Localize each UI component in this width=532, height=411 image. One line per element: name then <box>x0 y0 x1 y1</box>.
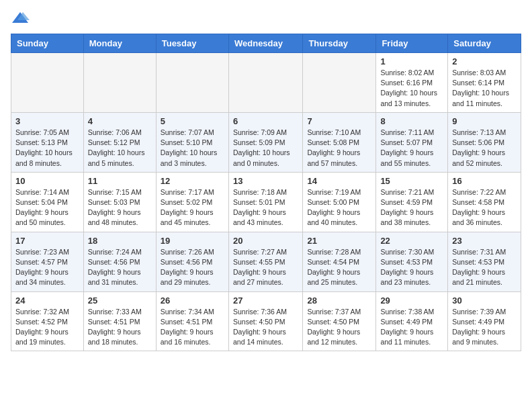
weekday-header-friday: Friday <box>376 34 448 53</box>
week-row-2: 3Sunrise: 7:05 AM Sunset: 5:13 PM Daylig… <box>11 112 521 172</box>
day-number: 30 <box>452 295 517 306</box>
day-cell <box>303 53 376 113</box>
day-number: 13 <box>233 176 298 186</box>
day-number: 26 <box>161 295 224 306</box>
day-cell: 6Sunrise: 7:09 AM Sunset: 5:09 PM Daylig… <box>228 112 302 172</box>
day-number: 25 <box>88 295 152 306</box>
day-info: Sunrise: 7:19 AM Sunset: 5:00 PM Dayligh… <box>307 187 371 228</box>
day-cell: 3Sunrise: 7:05 AM Sunset: 5:13 PM Daylig… <box>11 112 84 172</box>
day-number: 2 <box>452 56 517 66</box>
day-cell: 24Sunrise: 7:32 AM Sunset: 4:52 PM Dayli… <box>11 291 84 351</box>
weekday-header-tuesday: Tuesday <box>156 34 228 53</box>
day-info: Sunrise: 7:36 AM Sunset: 4:50 PM Dayligh… <box>233 307 298 348</box>
day-info: Sunrise: 7:33 AM Sunset: 4:51 PM Dayligh… <box>88 307 152 348</box>
day-info: Sunrise: 7:39 AM Sunset: 4:49 PM Dayligh… <box>452 307 517 348</box>
logo <box>11 11 32 26</box>
day-number: 21 <box>307 236 371 246</box>
day-cell: 21Sunrise: 7:28 AM Sunset: 4:54 PM Dayli… <box>303 232 376 291</box>
day-cell: 19Sunrise: 7:26 AM Sunset: 4:56 PM Dayli… <box>156 232 228 291</box>
weekday-header-sunday: Sunday <box>11 34 84 53</box>
day-number: 20 <box>233 236 298 246</box>
day-number: 18 <box>88 236 152 246</box>
day-number: 6 <box>233 116 298 126</box>
day-cell: 29Sunrise: 7:38 AM Sunset: 4:49 PM Dayli… <box>376 291 448 351</box>
day-info: Sunrise: 7:26 AM Sunset: 4:56 PM Dayligh… <box>161 247 224 288</box>
week-row-3: 10Sunrise: 7:14 AM Sunset: 5:04 PM Dayli… <box>11 172 521 232</box>
day-number: 7 <box>307 116 371 126</box>
day-cell: 14Sunrise: 7:19 AM Sunset: 5:00 PM Dayli… <box>303 172 376 232</box>
day-info: Sunrise: 7:34 AM Sunset: 4:51 PM Dayligh… <box>161 307 224 348</box>
day-number: 8 <box>380 116 443 126</box>
day-cell <box>11 53 84 113</box>
day-cell: 25Sunrise: 7:33 AM Sunset: 4:51 PM Dayli… <box>83 291 156 351</box>
day-info: Sunrise: 7:38 AM Sunset: 4:49 PM Dayligh… <box>380 307 443 348</box>
day-number: 1 <box>380 56 443 66</box>
day-cell: 11Sunrise: 7:15 AM Sunset: 5:03 PM Dayli… <box>83 172 156 232</box>
day-number: 15 <box>380 176 443 186</box>
day-cell <box>156 53 228 113</box>
header <box>11 11 521 26</box>
day-info: Sunrise: 7:15 AM Sunset: 5:03 PM Dayligh… <box>88 187 152 228</box>
day-number: 14 <box>307 176 371 186</box>
day-info: Sunrise: 7:05 AM Sunset: 5:13 PM Dayligh… <box>15 128 79 169</box>
day-cell: 28Sunrise: 7:37 AM Sunset: 4:50 PM Dayli… <box>303 291 376 351</box>
day-number: 9 <box>452 116 517 126</box>
day-info: Sunrise: 7:22 AM Sunset: 4:58 PM Dayligh… <box>452 187 517 228</box>
weekday-header-thursday: Thursday <box>303 34 376 53</box>
day-cell: 16Sunrise: 7:22 AM Sunset: 4:58 PM Dayli… <box>448 172 521 232</box>
day-number: 4 <box>88 116 152 126</box>
day-cell <box>228 53 302 113</box>
week-row-1: 1Sunrise: 8:02 AM Sunset: 6:16 PM Daylig… <box>11 53 521 113</box>
day-cell: 20Sunrise: 7:27 AM Sunset: 4:55 PM Dayli… <box>228 232 302 291</box>
day-info: Sunrise: 7:18 AM Sunset: 5:01 PM Dayligh… <box>233 187 298 228</box>
day-cell: 5Sunrise: 7:07 AM Sunset: 5:10 PM Daylig… <box>156 112 228 172</box>
weekday-header-monday: Monday <box>83 34 156 53</box>
day-number: 29 <box>380 295 443 306</box>
day-number: 22 <box>380 236 443 246</box>
day-cell: 27Sunrise: 7:36 AM Sunset: 4:50 PM Dayli… <box>228 291 302 351</box>
day-info: Sunrise: 7:24 AM Sunset: 4:56 PM Dayligh… <box>88 247 152 288</box>
day-number: 17 <box>15 236 79 246</box>
day-cell: 13Sunrise: 7:18 AM Sunset: 5:01 PM Dayli… <box>228 172 302 232</box>
day-cell: 30Sunrise: 7:39 AM Sunset: 4:49 PM Dayli… <box>448 291 521 351</box>
weekday-header-wednesday: Wednesday <box>228 34 302 53</box>
day-cell: 15Sunrise: 7:21 AM Sunset: 4:59 PM Dayli… <box>376 172 448 232</box>
day-cell: 12Sunrise: 7:17 AM Sunset: 5:02 PM Dayli… <box>156 172 228 232</box>
day-cell: 10Sunrise: 7:14 AM Sunset: 5:04 PM Dayli… <box>11 172 84 232</box>
day-info: Sunrise: 7:23 AM Sunset: 4:57 PM Dayligh… <box>15 247 79 288</box>
day-cell: 18Sunrise: 7:24 AM Sunset: 4:56 PM Dayli… <box>83 232 156 291</box>
day-number: 19 <box>161 236 224 246</box>
calendar: SundayMondayTuesdayWednesdayThursdayFrid… <box>11 34 521 351</box>
logo-icon <box>11 11 30 26</box>
day-info: Sunrise: 8:02 AM Sunset: 6:16 PM Dayligh… <box>380 68 443 109</box>
day-number: 28 <box>307 295 371 306</box>
day-number: 27 <box>233 295 298 306</box>
day-info: Sunrise: 7:31 AM Sunset: 4:53 PM Dayligh… <box>452 247 517 288</box>
day-info: Sunrise: 7:10 AM Sunset: 5:08 PM Dayligh… <box>307 128 371 169</box>
day-info: Sunrise: 7:11 AM Sunset: 5:07 PM Dayligh… <box>380 128 443 169</box>
day-number: 23 <box>452 236 517 246</box>
day-info: Sunrise: 7:09 AM Sunset: 5:09 PM Dayligh… <box>233 128 298 169</box>
day-cell: 4Sunrise: 7:06 AM Sunset: 5:12 PM Daylig… <box>83 112 156 172</box>
day-info: Sunrise: 7:14 AM Sunset: 5:04 PM Dayligh… <box>15 187 79 228</box>
day-info: Sunrise: 8:03 AM Sunset: 6:14 PM Dayligh… <box>452 68 517 109</box>
day-number: 5 <box>161 116 224 126</box>
weekday-header-row: SundayMondayTuesdayWednesdayThursdayFrid… <box>11 34 521 53</box>
day-number: 16 <box>452 176 517 186</box>
day-number: 3 <box>15 116 79 126</box>
day-info: Sunrise: 7:30 AM Sunset: 4:53 PM Dayligh… <box>380 247 443 288</box>
weekday-header-saturday: Saturday <box>448 34 521 53</box>
day-info: Sunrise: 7:32 AM Sunset: 4:52 PM Dayligh… <box>15 307 79 348</box>
day-cell: 9Sunrise: 7:13 AM Sunset: 5:06 PM Daylig… <box>448 112 521 172</box>
day-info: Sunrise: 7:06 AM Sunset: 5:12 PM Dayligh… <box>88 128 152 169</box>
day-cell: 26Sunrise: 7:34 AM Sunset: 4:51 PM Dayli… <box>156 291 228 351</box>
week-row-5: 24Sunrise: 7:32 AM Sunset: 4:52 PM Dayli… <box>11 291 521 351</box>
day-number: 12 <box>161 176 224 186</box>
day-number: 24 <box>15 295 79 306</box>
day-info: Sunrise: 7:28 AM Sunset: 4:54 PM Dayligh… <box>307 247 371 288</box>
week-row-4: 17Sunrise: 7:23 AM Sunset: 4:57 PM Dayli… <box>11 232 521 291</box>
day-cell: 2Sunrise: 8:03 AM Sunset: 6:14 PM Daylig… <box>448 53 521 113</box>
day-number: 11 <box>88 176 152 186</box>
day-cell: 17Sunrise: 7:23 AM Sunset: 4:57 PM Dayli… <box>11 232 84 291</box>
day-cell: 23Sunrise: 7:31 AM Sunset: 4:53 PM Dayli… <box>448 232 521 291</box>
